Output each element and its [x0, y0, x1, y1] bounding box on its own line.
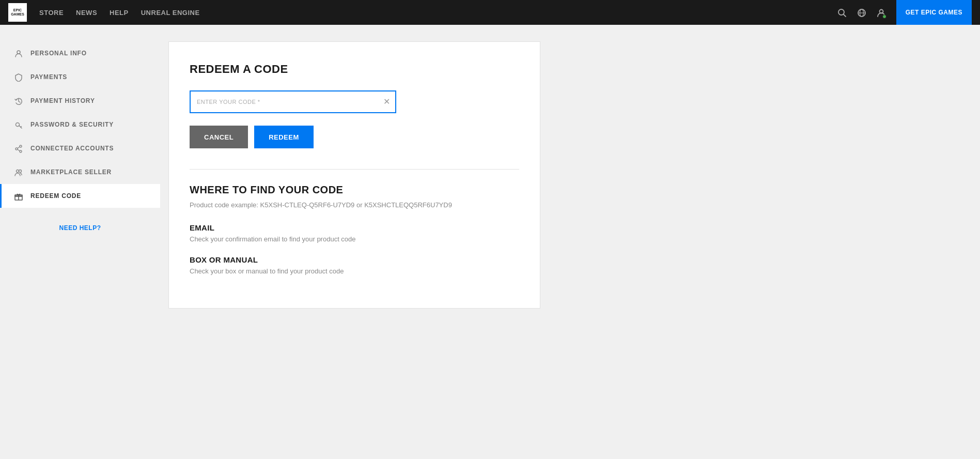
sidebar-label-redeem-code: REDEEM CODE [30, 192, 81, 200]
code-input-wrapper: ✕ [190, 90, 519, 113]
code-input[interactable] [190, 90, 396, 113]
nav-news[interactable]: NEWS [76, 9, 97, 17]
history-icon [14, 96, 23, 105]
sidebar-label-password-security: PASSWORD & SECURITY [30, 121, 114, 128]
box-section-title: BOX OR MANUAL [190, 255, 519, 264]
button-row: CANCEL REDEEM [190, 126, 519, 148]
sidebar-label-connected-accounts: CONNECTED ACCOUNTS [30, 145, 114, 152]
sidebar-label-marketplace-seller: MARKETPLACE SELLER [30, 169, 112, 176]
sidebar-item-redeem-code[interactable]: REDEEM CODE [0, 184, 160, 208]
globe-icon[interactable] [857, 7, 866, 18]
clear-input-icon[interactable]: ✕ [383, 98, 390, 106]
box-section-desc: Check your box or manual to find your pr… [190, 267, 519, 275]
email-section-desc: Check your confirmation email to find yo… [190, 235, 519, 243]
share-icon [14, 144, 23, 153]
svg-point-6 [17, 51, 20, 54]
search-icon[interactable] [837, 7, 847, 18]
marketplace-icon [14, 167, 23, 177]
main-content: REDEEM A CODE ✕ CANCEL REDEEM WHERE TO F… [160, 25, 980, 459]
sidebar-label-payment-history: PAYMENT HISTORY [30, 97, 95, 104]
nav-help[interactable]: HELP [110, 9, 129, 17]
sidebar: PERSONAL INFO PAYMENTS PAYMENT HISTORY [0, 25, 160, 459]
content-card: REDEEM A CODE ✕ CANCEL REDEEM WHERE TO F… [168, 41, 540, 309]
shield-icon [14, 72, 23, 82]
sidebar-item-payments[interactable]: PAYMENTS [0, 65, 160, 89]
top-navigation: EPICGAMES STORE NEWS HELP UNREAL ENGINE [0, 0, 980, 25]
svg-point-10 [15, 148, 18, 150]
code-example-text: Product code example: K5XSH-CTLEQ-Q5RF6-… [190, 201, 519, 209]
nav-unreal-engine[interactable]: UNREAL ENGINE [141, 9, 200, 17]
section-divider [190, 169, 519, 170]
sidebar-item-marketplace-seller[interactable]: MARKETPLACE SELLER [0, 160, 160, 184]
svg-point-8 [20, 145, 22, 147]
nav-right: GET EPIC GAMES [837, 0, 972, 25]
page-wrapper: PERSONAL INFO PAYMENTS PAYMENT HISTORY [0, 25, 980, 459]
sidebar-label-payments: PAYMENTS [30, 73, 67, 81]
cancel-button[interactable]: CANCEL [190, 126, 248, 148]
sidebar-item-password-security[interactable]: PASSWORD & SECURITY [0, 113, 160, 136]
sidebar-item-payment-history[interactable]: PAYMENT HISTORY [0, 89, 160, 113]
sidebar-item-connected-accounts[interactable]: CONNECTED ACCOUNTS [0, 136, 160, 160]
sidebar-item-personal-info[interactable]: PERSONAL INFO [0, 41, 160, 65]
logo-box: EPICGAMES [8, 3, 27, 22]
nav-links: STORE NEWS HELP UNREAL ENGINE [39, 9, 837, 17]
need-help-link[interactable]: NEED HELP? [0, 212, 160, 244]
epic-logo[interactable]: EPICGAMES [8, 3, 27, 22]
page-title: REDEEM A CODE [190, 63, 519, 76]
svg-line-1 [843, 14, 846, 17]
svg-point-13 [17, 170, 19, 172]
user-account-icon[interactable] [877, 7, 886, 18]
get-epic-button[interactable]: GET EPIC GAMES [896, 0, 972, 25]
email-section-title: EMAIL [190, 223, 519, 232]
sidebar-label-personal-info: PERSONAL INFO [30, 50, 87, 57]
key-icon [14, 120, 23, 129]
person-icon [14, 49, 23, 58]
where-to-find-title: WHERE TO FIND YOUR CODE [190, 184, 519, 196]
svg-line-11 [18, 147, 20, 148]
nav-store[interactable]: STORE [39, 9, 64, 17]
svg-point-14 [19, 170, 22, 172]
redeem-button[interactable]: REDEEM [254, 126, 314, 148]
gift-icon [14, 191, 23, 201]
svg-line-12 [18, 149, 20, 151]
svg-point-9 [20, 150, 22, 152]
